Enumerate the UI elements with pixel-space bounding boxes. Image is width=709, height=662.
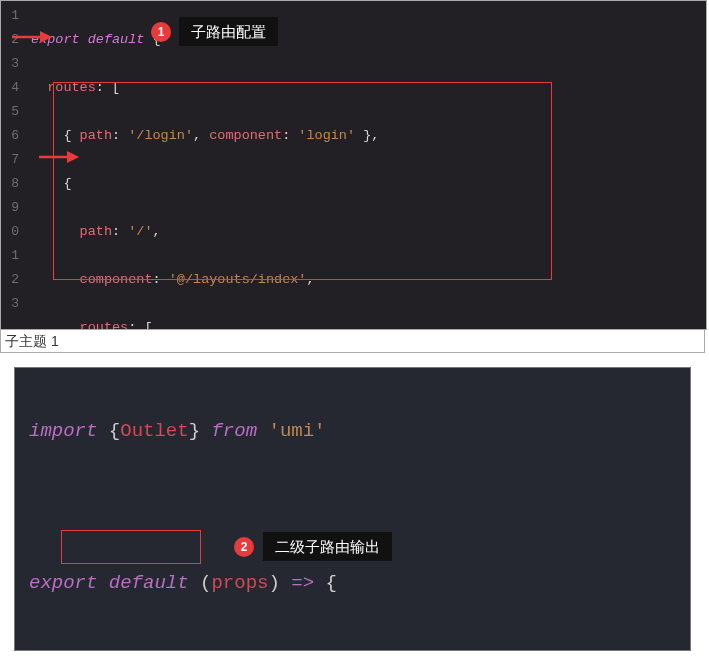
line-number: 7 (1, 148, 25, 172)
code-line: routes: [ (31, 76, 706, 100)
code-line: import {Outlet} from 'umi' (29, 412, 462, 450)
code-editor-bottom: import {Outlet} from 'umi' export defaul… (14, 367, 691, 651)
code-content-bottom: import {Outlet} from 'umi' export defaul… (29, 374, 462, 651)
code-line: export default (props) => { (29, 564, 462, 602)
code-line: path: '/', (31, 220, 706, 244)
line-number: 0 (1, 220, 25, 244)
code-line: { (31, 172, 706, 196)
line-number: 1 (1, 244, 25, 268)
line-number: 2 (1, 28, 25, 52)
line-number: 3 (1, 292, 25, 316)
line-number: 4 (1, 76, 25, 100)
subtitle: 子主题 1 (0, 330, 705, 353)
code-line (29, 488, 462, 526)
line-number: 9 (1, 196, 25, 220)
annotation-badge-2: 2 (234, 537, 254, 557)
code-line: return <div style={{ padding: 20 }}> (29, 640, 462, 651)
code-line: { path: '/login', component: 'login' }, (31, 124, 706, 148)
code-editor-top: 1 2 3 4 5 6 7 8 9 0 1 2 3 export default… (0, 0, 707, 330)
line-number: 6 (1, 124, 25, 148)
code-content-top: export default { routes: [ { path: '/log… (31, 1, 706, 330)
line-number: 1 (1, 4, 25, 28)
code-line: export default { (31, 28, 706, 52)
line-number: 2 (1, 268, 25, 292)
line-number: 5 (1, 100, 25, 124)
annotation-label-2: 二级子路由输出 (263, 532, 392, 561)
annotation-badge-1: 1 (151, 22, 171, 42)
line-number: 8 (1, 172, 25, 196)
line-number-gutter: 1 2 3 4 5 6 7 8 9 0 1 2 3 (1, 1, 25, 329)
code-line: routes: [ (31, 316, 706, 330)
line-number: 3 (1, 52, 25, 76)
annotation-label-1: 子路由配置 (179, 17, 278, 46)
code-line: component: '@/layouts/index', (31, 268, 706, 292)
